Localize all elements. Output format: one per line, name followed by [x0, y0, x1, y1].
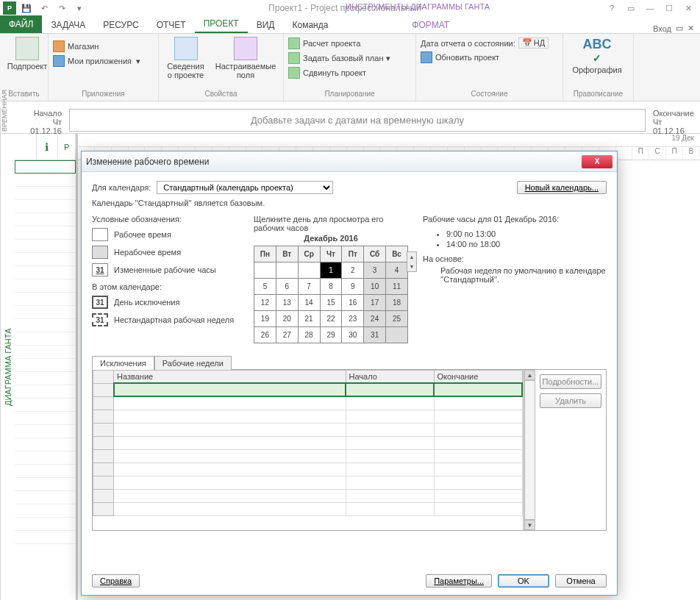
tab-resource[interactable]: РЕСУРС: [94, 17, 147, 33]
tab-view[interactable]: ВИД: [248, 17, 284, 33]
calendar-month: Декабрь 2016: [254, 234, 408, 243]
group-plan-label: Планирование: [288, 90, 411, 99]
calendar-select[interactable]: Стандартный (календарь проекта): [157, 181, 333, 194]
help-icon[interactable]: ?: [603, 1, 621, 15]
tab-report[interactable]: ОТЧЕТ: [148, 17, 195, 33]
delete-button[interactable]: Удалить: [540, 393, 601, 408]
window-title: Проект1 - Project профессиональный: [87, 3, 603, 13]
undo-icon[interactable]: ↶: [37, 1, 51, 15]
in-calendar-label: В этом календаре:: [92, 282, 254, 291]
exceptions-scrollbar[interactable]: ▲▼: [524, 370, 535, 530]
calendar-area: Щелкните день для просмотра его рабочих …: [254, 215, 408, 343]
group-props-label: Свойства: [163, 90, 279, 99]
gantt-date-header: 19 Дек: [78, 134, 700, 147]
custom-fields-button[interactable]: Настраиваемые поля: [213, 35, 279, 81]
group-insert-label: Вставить: [4, 90, 43, 99]
my-apps-button[interactable]: Мои приложения▾: [53, 54, 140, 68]
title-bar: P 💾 ↶ ↷ ▾ Проект1 - Project профессионал…: [0, 0, 700, 16]
qat-menu-icon[interactable]: ▾: [72, 1, 87, 15]
spellcheck-button[interactable]: ABC✓Орфография: [568, 35, 626, 76]
contextual-tab-title: ИНСТРУМЕНТЫ ДИАГРАММЫ ГАНТА: [346, 2, 490, 11]
timeline-side-label: ВРЕМЕННАЯ: [0, 107, 15, 133]
tab-workweeks[interactable]: Рабочие недели: [154, 356, 232, 370]
timeline-start: НачалоЧт 01.12.16: [15, 107, 66, 133]
window-buttons: ? ▭ — ☐ ✕: [603, 1, 700, 15]
tab-team[interactable]: Команда: [283, 17, 337, 33]
redo-icon[interactable]: ↷: [54, 1, 69, 15]
subproject-label: Подпроект: [7, 62, 47, 71]
exceptions-section: Исключения Рабочие недели НазваниеНачало…: [92, 343, 607, 531]
minimize-icon[interactable]: —: [641, 1, 659, 15]
based-on-text: Рабочая неделя по умолчанию в календаре …: [423, 263, 607, 284]
maximize-icon[interactable]: ☐: [660, 1, 678, 15]
for-calendar-label: Для календаря:: [92, 183, 151, 192]
tab-file[interactable]: ФАЙЛ: [0, 15, 42, 33]
close-icon[interactable]: ✕: [679, 1, 697, 15]
cal-scroll-up-icon: ▲: [407, 252, 416, 262]
base-calendar-text: Календарь ''Стандартный'' является базов…: [92, 199, 607, 207]
tab-project[interactable]: ПРОЕКТ: [195, 15, 248, 33]
legend: Условные обозначения: Рабочее время Нера…: [92, 215, 254, 331]
status-date-row: Дата отчета о состоянии:📅 НД: [421, 37, 549, 49]
group-spell-label: Правописание: [568, 90, 629, 99]
quick-access-toolbar: P 💾 ↶ ↷ ▾: [0, 1, 87, 15]
working-hours-panel: Рабочие часы для 01 Декабрь 2016: 9:00 п…: [423, 215, 607, 284]
dialog-footer: Справка Параметры... OK Отмена: [92, 574, 607, 588]
based-on-label: На основе:: [423, 254, 607, 263]
calendar-grid[interactable]: ПнВтСрЧтПтСбВс 1234 567891011 1213141516…: [254, 246, 408, 343]
hours-title: Рабочие часы для 01 Декабрь 2016:: [423, 215, 607, 224]
gantt-side-label: ДИАГРАММА ГАНТА: [0, 134, 15, 600]
exceptions-table[interactable]: НазваниеНачалоОкончание: [93, 370, 524, 530]
calc-project-button[interactable]: Расчет проекта: [288, 37, 390, 50]
ok-button[interactable]: OK: [498, 574, 549, 588]
login-link[interactable]: Вход: [653, 24, 671, 33]
task-grid[interactable]: ℹР: [15, 134, 78, 600]
ribbon-tabs: ФАЙЛ ЗАДАЧА РЕСУРС ОТЧЕТ ПРОЕКТ ВИД Кома…: [0, 16, 700, 34]
cal-scroll-down-icon: ▼: [407, 262, 416, 271]
ribbon-toggle-icon[interactable]: ▭: [622, 1, 640, 15]
app-icon: P: [3, 1, 16, 15]
dialog-titlebar[interactable]: Изменение рабочего времени X: [82, 151, 617, 172]
set-baseline-button[interactable]: Задать базовый план▾: [288, 51, 390, 65]
tab-exceptions[interactable]: Исключения: [92, 356, 154, 370]
scroll-down-icon: ▼: [524, 520, 535, 530]
status-date-field[interactable]: 📅 НД: [518, 38, 549, 49]
group-apps-label: Приложения: [53, 90, 154, 99]
save-icon[interactable]: 💾: [19, 1, 34, 15]
legend-title: Условные обозначения:: [92, 215, 254, 224]
dialog-close-button[interactable]: X: [582, 155, 612, 168]
parameters-button[interactable]: Параметры...: [426, 574, 492, 588]
window-restore-icon[interactable]: ▭: [676, 24, 683, 33]
window-close-icon[interactable]: ✕: [688, 24, 694, 33]
move-project-button[interactable]: Сдвинуть проект: [288, 66, 390, 79]
tab-format[interactable]: ФОРМАТ: [403, 17, 458, 33]
change-working-time-dialog: Изменение рабочего времени X Для календа…: [81, 151, 618, 596]
ribbon: Подпроект Вставить Магазин Мои приложени…: [0, 34, 700, 101]
update-project-button[interactable]: Обновить проект: [421, 51, 549, 64]
help-button[interactable]: Справка: [92, 574, 140, 588]
tab-task[interactable]: ЗАДАЧА: [42, 17, 94, 33]
calendar-scroll[interactable]: ▲▼: [407, 251, 417, 272]
scroll-up-icon: ▲: [524, 370, 535, 380]
dialog-title: Изменение рабочего времени: [86, 157, 582, 167]
calendar-hint: Щелкните день для просмотра его рабочих …: [254, 215, 408, 232]
new-calendar-button[interactable]: Новый календарь...: [517, 181, 607, 194]
timeline: ВРЕМЕННАЯ НачалоЧт 01.12.16 Добавьте зад…: [0, 107, 700, 134]
store-button[interactable]: Магазин: [53, 40, 140, 53]
cancel-button[interactable]: Отмена: [555, 574, 607, 588]
group-state-label: Состояние: [421, 90, 558, 99]
details-button[interactable]: Подробности...: [540, 374, 601, 389]
timeline-end: ОкончаниеЧт 01.12.16: [649, 107, 700, 133]
subproject-button[interactable]: Подпроект: [4, 35, 50, 72]
timeline-bar[interactable]: Добавьте задачи с датами на временную шк…: [69, 109, 646, 132]
project-info-button[interactable]: Сведения о проекте: [163, 35, 208, 81]
